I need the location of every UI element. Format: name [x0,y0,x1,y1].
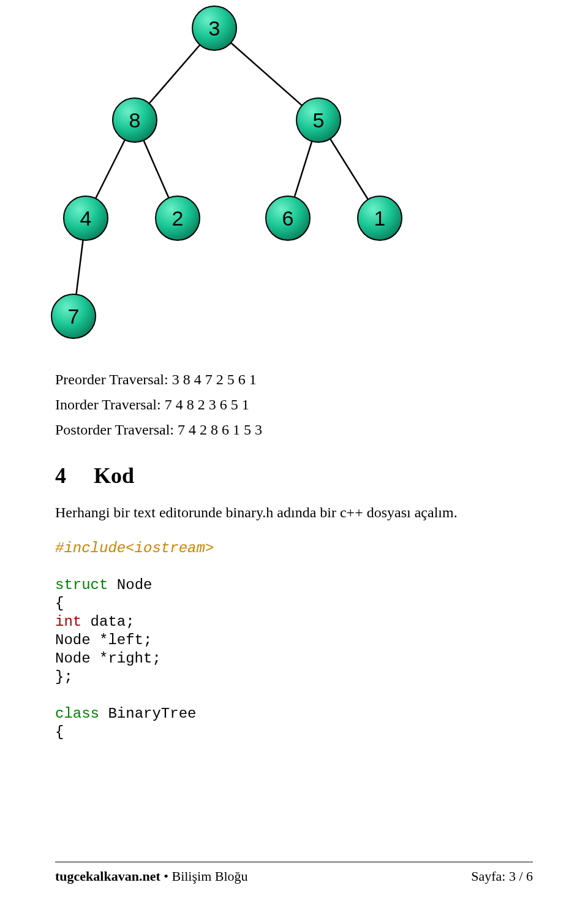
code-right: Node *right; [55,650,161,667]
tree-svg: 3 8 5 4 2 6 1 7 [37,0,453,349]
code-int-rest: data; [81,613,134,630]
code-left: Node *left; [55,632,152,648]
footer-rule [55,862,533,862]
inorder-value: 7 4 8 2 3 6 5 1 [165,397,249,412]
tree-node-rl-label: 6 [282,207,294,230]
footer-page-label: Sayfa: [471,868,509,884]
preorder-label: Preorder Traversal: [55,371,168,387]
footer-right: Sayfa: 3 / 6 [471,868,533,884]
traversal-results: Preorder Traversal: 3 8 4 7 2 5 6 1 Inor… [55,371,533,438]
postorder-label: Postorder Traversal: [55,422,174,438]
footer-page-value: 3 / 6 [509,868,533,884]
tree-node-r-label: 5 [313,108,325,132]
code-struct-name: Node [108,577,152,593]
tree-edges [74,28,380,316]
postorder-line: Postorder Traversal: 7 4 2 8 6 1 5 3 [55,422,533,438]
preorder-value: 3 8 4 7 2 5 6 1 [172,371,257,387]
code-kw-class: class [55,705,99,722]
code-brace-open-1: { [55,595,64,612]
body-paragraph-1: Herhangi bir text editorunde binary.h ad… [55,504,533,521]
inorder-line: Inorder Traversal: 7 4 8 2 3 6 5 1 [55,397,533,413]
footer-site: tugcekalkavan.net [55,868,160,884]
tree-node-ll-label: 4 [80,207,92,230]
section-title: Kod [94,463,134,488]
tree-node-lll-label: 7 [68,305,80,328]
footer-site-desc: Bilişim Bloğu [172,868,247,884]
code-include: #include<iostream> [55,540,214,556]
footer-bullet: • [160,868,172,884]
section-heading: 4 Kod [55,463,533,488]
code-block: #include<iostream> struct Node { int dat… [55,539,533,742]
tree-node-rr-label: 1 [374,207,386,230]
code-kw-struct: struct [55,577,108,593]
binary-tree-diagram: 3 8 5 4 2 6 1 7 [37,0,533,352]
inorder-label: Inorder Traversal: [55,397,161,412]
code-brace-close-1: }; [55,669,73,685]
tree-node-l-label: 8 [129,108,141,132]
code-class-name: BinaryTree [99,705,196,722]
tree-nodes: 3 8 5 4 2 6 1 7 [51,6,402,338]
tree-node-root-label: 3 [209,17,221,40]
section-number: 4 [55,463,66,488]
footer-left: tugcekalkavan.net • Bilişim Bloğu [55,868,248,884]
preorder-line: Preorder Traversal: 3 8 4 7 2 5 6 1 [55,371,533,388]
code-kw-int: int [55,613,81,630]
postorder-value: 7 4 2 8 6 1 5 3 [178,422,262,438]
page: 3 8 5 4 2 6 1 7 [0,0,588,904]
page-footer: tugcekalkavan.net • Bilişim Bloğu Sayfa:… [55,868,533,884]
code-brace-open-2: { [55,724,64,740]
tree-node-lr-label: 2 [172,207,184,230]
